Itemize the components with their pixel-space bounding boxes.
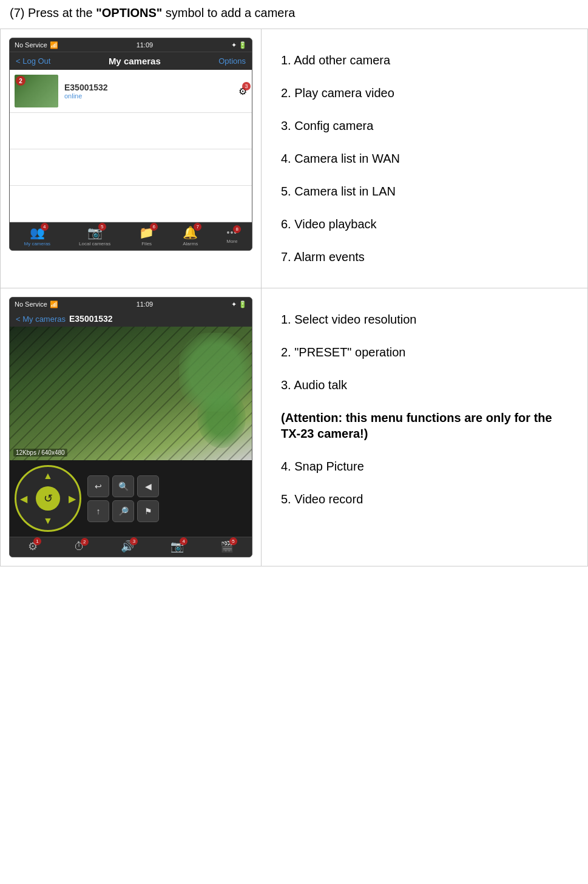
tab-badge-wrap-5: ••• 8: [226, 228, 237, 237]
tab-badge-wrap-3: 📁 6: [139, 225, 154, 240]
ctrl-btn-zoom-out[interactable]: 🔎: [112, 500, 134, 522]
camera-list-item-1[interactable]: 2 E35001532 online ⚙ 3: [10, 70, 252, 113]
control-button-grid: ↩ 🔍 ◀ ↑ 🔎 ⚑: [87, 475, 159, 522]
joystick[interactable]: ▲ ▼ ◀ ▶ ↺: [15, 465, 81, 532]
tab-more[interactable]: ••• 8 More: [226, 228, 237, 244]
tab-my-cameras-label: My cameras: [24, 241, 51, 246]
list-item-1-3: 3. Config camera: [281, 109, 568, 142]
tab2-badge-wrap-1: ⚙ 1: [28, 540, 38, 553]
tab-bar-1: 👥 4 My cameras 📷 5 Local cameras 📁 6: [10, 222, 252, 250]
bluetooth-icon-1: ✦: [231, 41, 237, 49]
tab-badge-num-3: 6: [150, 223, 158, 231]
tab2-badge-num-4: 4: [180, 537, 188, 545]
tab2-badge-wrap-4: 📷 4: [171, 540, 184, 553]
list-item-2-1: 1. Select video resolution: [281, 303, 568, 336]
header-suffix: symbol to add a camera: [162, 6, 295, 19]
header-prefix: (7) Press at the: [10, 6, 96, 19]
options-button-1[interactable]: Options: [218, 56, 246, 66]
tab2-clock[interactable]: ⏱ 2: [74, 540, 85, 553]
tab-badge-wrap-1: 👥 4: [30, 225, 45, 240]
status-left-2: No Service 📶: [15, 301, 58, 308]
status-left-1: No Service 📶: [15, 41, 58, 49]
list-item-1-5: 5. Camera list in LAN: [281, 175, 568, 208]
video-nav-bar-2: < My cameras E35001532: [10, 311, 252, 327]
wifi-icon-1: 📶: [50, 41, 58, 49]
status-right-2: ✦ 🔋: [231, 301, 247, 308]
battery-icon-2: 🔋: [238, 301, 247, 308]
tab2-badge-num-1: 1: [33, 537, 41, 545]
wifi-icon-2: 📶: [50, 301, 58, 308]
phone-screen-2: No Service 📶 11:09 ✦ 🔋 < My cameras E350…: [9, 297, 252, 557]
time-label-1: 11:09: [137, 41, 154, 49]
ctrl-btn-zoom-in[interactable]: 🔍: [112, 475, 134, 497]
video-area: 12Kbps / 640x480: [10, 327, 252, 460]
empty-row-3: [10, 186, 252, 222]
tab-alarms[interactable]: 🔔 7 Alarms: [183, 225, 198, 246]
back-button-1[interactable]: < Log Out: [16, 56, 50, 66]
camera-status-1: online: [64, 92, 232, 100]
tab-alarms-label: Alarms: [183, 241, 198, 246]
list-item-1-4: 4. Camera list in WAN: [281, 142, 568, 175]
time-label-2: 11:09: [137, 301, 154, 308]
list-item-2-attention: (Attention: this menu functions are only…: [281, 401, 568, 450]
plant-overlay-2: [179, 333, 252, 412]
service-label-1: No Service: [15, 41, 47, 49]
gear-badge-1: 3: [242, 82, 251, 90]
list-item-2-3: 3. Audio talk: [281, 369, 568, 401]
tab2-badge-wrap-5: 🎬 5: [220, 540, 234, 553]
tab-local-cameras[interactable]: 📷 5 Local cameras: [79, 225, 110, 246]
tab2-settings[interactable]: ⚙ 1: [28, 540, 38, 553]
ctrl-btn-audio[interactable]: ◀: [137, 475, 159, 497]
ctrl-btn-rewind[interactable]: ↩: [87, 475, 109, 497]
tab-badge-num-4: 7: [194, 223, 201, 231]
tab-badge-wrap-2: 📷 5: [87, 225, 103, 240]
tab-bar-2: ⚙ 1 ⏱ 2 🔊 3: [10, 537, 252, 557]
empty-row-1: [10, 113, 252, 149]
tab2-badge-wrap-3: 🔊 3: [121, 540, 134, 553]
battery-icon-1: 🔋: [238, 41, 247, 49]
camera-badge-1: 2: [16, 76, 25, 86]
camera-thumbnail-1: 2: [15, 75, 58, 107]
tab-more-label: More: [226, 239, 237, 244]
video-stats-overlay: 12Kbps / 640x480: [13, 449, 67, 457]
status-right-1: ✦ 🔋: [231, 41, 247, 49]
tab-badge-num-1: 4: [41, 223, 49, 231]
list-item-2-5: 5. Video record: [281, 483, 568, 515]
list-item-1-7: 7. Alarm events: [281, 240, 568, 273]
gear-icon-wrap-1[interactable]: ⚙ 3: [238, 86, 247, 97]
row1: No Service 📶 11:09 ✦ 🔋 < Log Out My came…: [0, 29, 588, 288]
list-item-1-6: 6. Video playback: [281, 208, 568, 240]
tab2-badge-num-5: 5: [229, 537, 237, 545]
text-panel-2: 1. Select video resolution 2. "PRESET" o…: [262, 288, 587, 566]
tab-local-cameras-label: Local cameras: [79, 241, 110, 246]
phone-panel-1: No Service 📶 11:09 ✦ 🔋 < Log Out My came…: [1, 29, 262, 288]
camera-name-1: E35001532: [64, 83, 232, 92]
joystick-center[interactable]: ↺: [36, 486, 60, 511]
tab-files-label: Files: [141, 241, 152, 246]
status-bar-2: No Service 📶 11:09 ✦ 🔋: [10, 298, 252, 311]
phone-panel-2: No Service 📶 11:09 ✦ 🔋 < My cameras E350…: [1, 288, 262, 566]
video-title: E35001532: [69, 314, 113, 324]
text-panel-1: 1. Add other camera 2. Play camera video…: [262, 29, 587, 288]
ctrl-btn-flag[interactable]: ⚑: [137, 500, 159, 522]
ctrl-btn-forward[interactable]: ↑: [87, 500, 109, 522]
control-area: ▲ ▼ ◀ ▶ ↺ ↩ 🔍 ◀ ↑ 🔎 ⚑: [10, 460, 252, 537]
tab2-badge-num-2: 2: [81, 538, 89, 546]
tab-badge-wrap-4: 🔔 7: [183, 225, 198, 240]
tab2-volume[interactable]: 🔊 3: [121, 540, 134, 553]
tab-my-cameras[interactable]: 👥 4 My cameras: [24, 225, 51, 246]
empty-row-2: [10, 149, 252, 186]
phone-screen-1: No Service 📶 11:09 ✦ 🔋 < Log Out My came…: [9, 38, 252, 251]
joystick-outer: ▲ ▼ ◀ ▶ ↺: [15, 465, 81, 532]
joystick-down-arrow: ▼: [43, 515, 53, 526]
tab2-camera[interactable]: 📷 4: [171, 540, 184, 553]
tab2-badge-num-3: 3: [130, 537, 138, 545]
tab2-record[interactable]: 🎬 5: [220, 540, 234, 553]
joystick-up-arrow: ▲: [43, 471, 53, 481]
tab-files[interactable]: 📁 6 Files: [139, 225, 154, 246]
video-back-button[interactable]: < My cameras: [16, 314, 66, 324]
camera-info-1: E35001532 online: [64, 83, 232, 100]
nav-bar-1: < Log Out My cameras Options: [10, 52, 252, 70]
video-background: [10, 327, 252, 460]
joystick-right-arrow: ▶: [69, 493, 76, 505]
